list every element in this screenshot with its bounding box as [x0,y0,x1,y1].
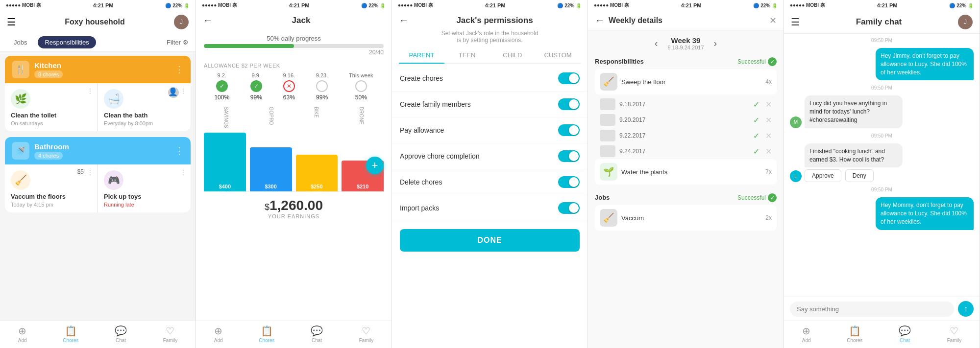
kitchen-more[interactable]: ⋮ [175,64,184,75]
panel-weekly-details: ●●●●● MOBI 奈 4:21 PM 🔵 22% 🔋 ← Weekly de… [588,0,784,348]
chore-more[interactable]: ⋮ [87,87,94,95]
week-col-3: 9.23. 99% [316,72,328,101]
success-label-jobs: Successful [737,194,766,201]
chart-bar-savings[interactable]: $400 [204,133,246,191]
nav-chores-2[interactable]: 📋 Chores [259,325,274,343]
approve-date-0[interactable]: ✓ [753,100,760,109]
chart-bar-gopro[interactable]: $300 [250,147,292,191]
perm-tab-parent[interactable]: PARENT [399,47,444,64]
week-prev[interactable]: ‹ [655,38,658,49]
chart-bar-bike[interactable]: $250 [296,155,338,191]
close-button-4[interactable]: ✕ [769,15,777,26]
perm-toggle-approve-chore[interactable] [558,150,580,162]
perm-toggle-create-members[interactable] [558,98,580,110]
week-date-1: 9.9. [252,72,261,78]
status-bar-1: ●●●●● MOBI 奈 4:21 PM 🔵 22% 🔋 [0,0,196,11]
deny-date-2[interactable]: ✕ [765,131,772,140]
nav-chat-5[interactable]: 💬 Chat [899,325,911,343]
add-savings-fab[interactable]: + [366,157,384,174]
chat-input[interactable] [790,302,954,317]
chore-detail-water: 🌱 Water the plants 7x [595,159,777,185]
chores-icon: 📋 [65,325,77,337]
nav-add-2[interactable]: ⊕ Add [214,325,223,343]
chat-topbar: ☰ Family chat J [784,11,980,34]
nav-chores-5[interactable]: 📋 Chores [847,325,862,343]
chat-msg-0: Hey Jimmy, don't forget to pay allowance… [790,48,974,80]
week-number: Week 39 [667,36,704,45]
nav-chat-2[interactable]: 💬 Chat [311,325,323,343]
perm-tab-teen[interactable]: TEEN [444,47,490,63]
deny-button[interactable]: Deny [845,169,874,182]
jack-title: Jack [218,16,385,25]
approve-date-2[interactable]: ✓ [753,131,760,140]
perm-tab-child[interactable]: CHILD [490,47,536,63]
bottom-nav-1: ⊕ Add 📋 Chores 💬 Chat ♡ Family [0,321,196,348]
menu-icon[interactable]: ☰ [7,16,16,28]
chore-name-vaccum: Vaccum the floors [11,193,92,200]
chore-name-toys: Pick up toys [104,193,185,200]
week-icon-0: ✓ [216,80,228,92]
deny-date-0[interactable]: ✕ [765,100,772,109]
week-next[interactable]: › [714,38,717,49]
chart-x-labels: SAVINGS GOPRO BIKE DRONE [204,107,384,128]
deny-date-1[interactable]: ✕ [765,116,772,125]
back-button-2[interactable]: ← [203,15,213,26]
chat-time-0: 09:50 PM [790,38,974,43]
week-col-0: 9.2. ✓ 100% [214,72,229,101]
allowance-label: ALLOWANCE $2 PER WEEK [196,61,392,70]
week-icon-2: ✕ [283,80,295,92]
nav-add-label: Add [18,338,27,343]
chat-user-avatar[interactable]: J [958,15,973,29]
perm-label-delete-chores: Delete chores [400,178,558,186]
done-button[interactable]: DONE [400,229,580,252]
bathroom-count: 4 chores [34,152,63,160]
detail-title-jobs: Jobs [595,194,610,201]
week-pct-2: 63% [283,94,295,101]
tab-responsibilities[interactable]: Responsibilities [38,36,96,48]
back-button-3[interactable]: ← [399,15,409,26]
status-bar-5: ●●●●● MOBI 奈 4:21 PM 🔵 22% 🔋 [784,0,980,11]
perm-row-create-chores: Create chores [392,66,588,92]
chore-more-vaccum[interactable]: ⋮ [87,168,94,176]
perm-label-approve-chore: Approve chore completion [400,152,558,160]
bathroom-chores: ⋮ $5 🧹 Vaccum the floors Today by 4:15 p… [5,164,191,212]
nav-add-5[interactable]: ⊕ Add [802,325,811,343]
perm-toggle-import-packs[interactable] [558,202,580,214]
chore-thumb-2 [600,130,615,141]
earnings-label: YOUR EARNINGS [196,213,392,219]
perm-tab-custom[interactable]: CUSTOM [535,47,581,63]
deny-date-3[interactable]: ✕ [765,147,772,156]
msg-bubble-1: Lucy did you have anything in mind for t… [805,95,903,128]
approve-button[interactable]: Approve [805,169,841,182]
status-bar-3: ●●●●● MOBI 奈 4:21 PM 🔵 22% 🔋 [392,0,588,11]
chore-detail-name-sweep: Sweep the floor [621,78,761,86]
perm-toggle-pay-allowance[interactable] [558,124,580,136]
bathroom-more[interactable]: ⋮ [175,145,184,156]
filter-button[interactable]: Filter ⚙ [167,39,189,46]
chore-icon-sweep: 🧹 [600,73,617,91]
nav-family-5[interactable]: ♡ Family [947,325,961,343]
nav-add-1[interactable]: ⊕ Add [18,325,27,343]
back-button-4[interactable]: ← [595,15,605,26]
approve-date-1[interactable]: ✓ [753,116,760,125]
perm-toggle-create-chores[interactable] [558,72,580,84]
approve-date-3[interactable]: ✓ [753,147,760,156]
nav-family-1[interactable]: ♡ Family [163,325,177,343]
chore-date-1: 9.20.2017 [619,116,749,123]
earnings-amount: $1,260.00 [196,198,392,213]
tab-jobs[interactable]: Jobs [7,36,34,48]
detail-responsibilities: Responsibilities Successful ✓ 🧹 Sweep th… [588,52,784,188]
menu-icon-5[interactable]: ☰ [791,16,800,28]
send-button[interactable]: ↑ [958,301,974,317]
chore-more-toys[interactable]: ⋮ [180,168,187,176]
nav-chat-1[interactable]: 💬 Chat [115,325,127,343]
msg-bubble-0: Hey Jimmy, don't forget to pay allowance… [876,48,974,80]
chore-thumb-3 [600,145,615,157]
chore-more-bath[interactable]: ⋮ [180,87,187,95]
nav-family-2[interactable]: ♡ Family [359,325,373,343]
perm-toggle-delete-chores[interactable] [558,176,580,188]
earnings-section: $1,260.00 YOUR EARNINGS [196,194,392,221]
nav-chores-1[interactable]: 📋 Chores [63,325,78,343]
weekly-topbar: ← Weekly details ✕ [588,11,784,30]
user-avatar[interactable]: J [174,15,189,29]
